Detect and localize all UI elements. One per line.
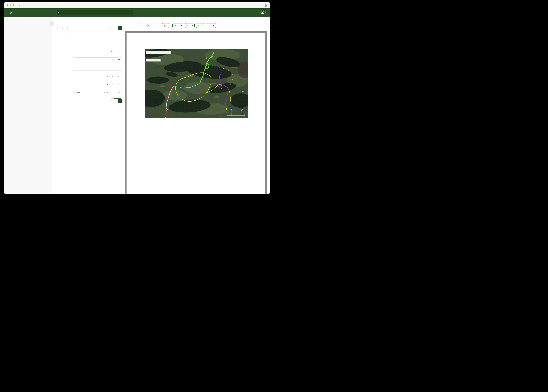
- document-preview-map: N: [145, 49, 248, 118]
- page-label: [139, 23, 142, 28]
- remove-tag-icon[interactable]: ✕: [74, 92, 76, 94]
- titlebar: ‹ ›: [4, 2, 270, 8]
- tags-label: [55, 90, 73, 95]
- discard-button-bottom[interactable]: [110, 98, 115, 103]
- download-options-button[interactable]: [179, 23, 183, 28]
- tags-select[interactable]: ✕: [73, 90, 104, 95]
- clear-icon[interactable]: ✕: [104, 92, 106, 94]
- date-created-field[interactable]: [74, 59, 108, 61]
- custom-fields-icon: [198, 25, 200, 27]
- map-legend: [146, 59, 161, 62]
- link-icon: [209, 25, 211, 27]
- close-document-button[interactable]: ✕: [55, 26, 60, 30]
- search-input[interactable]: [62, 11, 132, 14]
- asn-field[interactable]: [74, 50, 111, 53]
- avatar-icon: [260, 11, 264, 15]
- add-correspondent-button[interactable]: +: [110, 66, 116, 70]
- save-button[interactable]: [118, 26, 122, 30]
- correspondent-select[interactable]: [73, 66, 107, 70]
- correspondent-filter-icon[interactable]: [116, 66, 122, 70]
- sidebar-collapse-button[interactable]: «: [50, 21, 54, 26]
- asn-field-label: [55, 49, 73, 54]
- minimize-window-button[interactable]: [10, 5, 11, 6]
- user-menu[interactable]: [260, 11, 267, 15]
- tag-chip[interactable]: [77, 92, 80, 93]
- share-icon[interactable]: [264, 4, 267, 7]
- editor-tabs: [55, 35, 122, 38]
- map-scale-bar: [227, 113, 245, 117]
- title-field[interactable]: [74, 42, 120, 45]
- chevron-down-icon: [265, 12, 267, 13]
- add-document-type-button[interactable]: +: [110, 74, 116, 79]
- document-preview-pane[interactable]: N: [125, 31, 267, 194]
- asn-stepper[interactable]: [111, 50, 113, 53]
- chevron-down-icon[interactable]: [107, 68, 108, 69]
- leaf-icon: [10, 11, 13, 14]
- tab-notes[interactable]: [68, 35, 71, 38]
- clear-icon[interactable]: ✕: [104, 84, 106, 86]
- app-header: [4, 8, 270, 17]
- asn-increment-button[interactable]: [115, 49, 122, 54]
- chevron-down-icon[interactable]: [107, 92, 108, 93]
- document-type-label: [55, 74, 73, 79]
- tags-filter-icon[interactable]: [116, 90, 122, 95]
- document-editor: ✕ ← →: [52, 17, 123, 194]
- title-field-label: [55, 41, 73, 46]
- zoom-window-button[interactable]: [13, 5, 14, 6]
- date-filter-icon[interactable]: [116, 57, 122, 62]
- storage-path-select[interactable]: [73, 82, 104, 87]
- question-icon: [11, 187, 14, 189]
- save-next-button-bottom[interactable]: [114, 98, 118, 103]
- clear-icon[interactable]: ✕: [104, 75, 106, 77]
- browser-back-button[interactable]: ‹: [19, 4, 20, 7]
- app-logo[interactable]: [10, 11, 14, 14]
- save-next-button[interactable]: [114, 26, 118, 30]
- custom-fields-button[interactable]: [196, 23, 205, 28]
- delete-button[interactable]: [162, 23, 169, 28]
- download-icon: [174, 25, 176, 27]
- share-links-button[interactable]: [207, 23, 216, 28]
- document-type-select[interactable]: [73, 74, 104, 79]
- page-stepper[interactable]: [147, 24, 150, 27]
- chevron-down-icon[interactable]: [107, 76, 108, 77]
- app-window: ‹ ›: [4, 2, 270, 194]
- preview-toolbar: •••: [139, 23, 216, 28]
- ellipsis-icon: •••: [187, 25, 189, 27]
- date-created-label: [55, 57, 73, 63]
- trash-icon: [164, 25, 166, 27]
- storage-path-label: [55, 82, 73, 87]
- page-number-input[interactable]: [144, 25, 147, 27]
- page-count: [152, 23, 155, 28]
- chevron-down-icon[interactable]: [107, 84, 108, 85]
- close-window-button[interactable]: [7, 5, 8, 6]
- storage-path-filter-icon[interactable]: [116, 82, 122, 87]
- add-storage-path-button[interactable]: +: [110, 82, 116, 87]
- search-icon: [58, 12, 60, 14]
- browser-forward-button[interactable]: ›: [23, 4, 24, 7]
- previous-document-button[interactable]: ←: [60, 26, 65, 30]
- pdf-page: N: [127, 33, 265, 194]
- search-bar[interactable]: [57, 10, 133, 15]
- document-type-filter-icon[interactable]: [116, 74, 122, 79]
- save-button-bottom[interactable]: [118, 98, 122, 103]
- correspondent-label: [55, 66, 73, 71]
- discard-button[interactable]: [110, 26, 115, 30]
- notes-count-badge: [69, 35, 71, 36]
- page-navigator: [139, 23, 155, 28]
- next-document-button[interactable]: →: [65, 26, 70, 30]
- sidebar: [4, 17, 52, 194]
- map-title-box: [146, 51, 171, 54]
- download-button[interactable]: [173, 23, 179, 28]
- add-tag-button[interactable]: +: [110, 90, 116, 95]
- sidebar-item-documentation[interactable]: [4, 185, 52, 190]
- calendar-icon[interactable]: [110, 57, 116, 62]
- actions-button[interactable]: •••: [185, 23, 195, 28]
